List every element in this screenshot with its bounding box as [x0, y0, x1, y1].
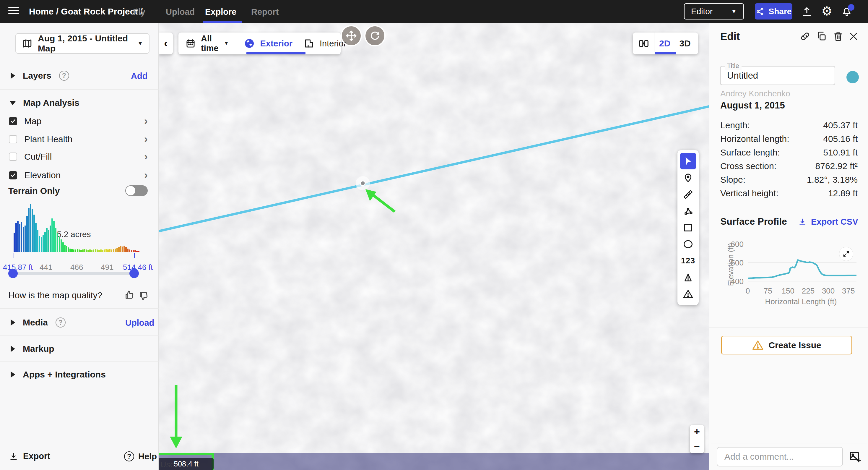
export-csv-link[interactable]: Export CSV [798, 217, 858, 227]
chevron-right-icon[interactable]: › [144, 169, 148, 181]
map-toolbar: All time ▼ Exterior Interior [179, 32, 341, 54]
media-section-header[interactable]: Media ? [11, 318, 66, 327]
capture-date: August 1, 2015 [720, 100, 785, 111]
analysis-row-cut-fill[interactable]: Cut/Fill› [9, 150, 148, 163]
time-filter-value[interactable]: All time [201, 34, 219, 53]
share-button[interactable]: Share [755, 3, 793, 20]
slider-handle-min[interactable] [8, 269, 18, 278]
close-icon[interactable] [848, 31, 859, 42]
measurement-row: Cross section:8762.92 ft² [720, 161, 858, 171]
tab-exterior[interactable]: Exterior [260, 39, 292, 49]
upload-tray-icon[interactable] [801, 6, 812, 17]
layers-add-link[interactable]: Add [131, 71, 148, 81]
chevron-right-icon[interactable]: › [144, 115, 148, 127]
chevron-right-icon[interactable]: › [144, 150, 148, 163]
map-canvas[interactable]: Use 508.4 ft ‹ All time ▼ Exterior Inter… [159, 23, 709, 470]
trash-icon[interactable] [833, 31, 843, 42]
zoom-control: + − [690, 425, 704, 453]
nav-tab-fly[interactable]: Fly [133, 7, 145, 17]
breadcrumb[interactable]: Home / Goat Rock Project / [29, 6, 143, 17]
nav-tab-explore[interactable]: Explore [205, 7, 236, 17]
create-issue-button[interactable]: Create Issue [721, 336, 852, 354]
active-tab-underline [203, 21, 242, 23]
terrain-only-toggle[interactable] [125, 185, 148, 196]
comment-input[interactable]: Add a comment... [717, 447, 843, 466]
zoom-out-button[interactable]: − [690, 439, 704, 453]
checkbox[interactable] [9, 152, 17, 161]
tool-cursor[interactable] [680, 153, 696, 169]
export-button[interactable]: Export [9, 451, 50, 461]
view-3d-button[interactable]: 3D [679, 38, 690, 49]
bell-icon[interactable] [841, 5, 852, 17]
zoom-in-button[interactable]: + [690, 425, 704, 439]
copy-icon[interactable] [816, 31, 827, 42]
tool-volume[interactable] [680, 269, 696, 286]
measurement-value: 405.16 ft [823, 134, 858, 144]
analysis-row-plant-health[interactable]: Plant Health› [9, 133, 148, 145]
apps-integrations-label: Apps + Integrations [23, 370, 106, 380]
pan-mode-button[interactable] [341, 25, 362, 47]
analysis-row-elevation[interactable]: Elevation› [9, 169, 148, 181]
ruler-icon [683, 189, 693, 200]
apps-integrations-section-header[interactable]: Apps + Integrations [11, 370, 106, 380]
measurement-row: Length:405.37 ft [720, 120, 858, 130]
nav-tab-upload[interactable]: Upload [166, 7, 195, 17]
help-button[interactable]: ? Help [124, 451, 157, 462]
view-2d-button[interactable]: 2D [659, 38, 670, 49]
help-circle-icon[interactable]: ? [59, 71, 69, 81]
map-analysis-section-header[interactable]: Map Analysis [9, 98, 80, 108]
hamburger-menu-icon[interactable] [8, 5, 19, 16]
role-select[interactable]: Editor ▼ [684, 3, 744, 20]
view-2d-underline [655, 52, 676, 54]
checkbox[interactable] [9, 117, 17, 125]
color-swatch[interactable] [846, 71, 859, 83]
chevron-right-icon[interactable]: › [144, 133, 148, 145]
view-mode-toggle: 2D 3D [633, 32, 698, 54]
range-tick-left [13, 253, 14, 258]
measurement-line[interactable] [159, 107, 709, 231]
map-icon [22, 38, 32, 49]
tool-area[interactable] [680, 203, 696, 219]
collapse-sidebar-button[interactable]: ‹ [159, 32, 173, 54]
thumb-down-icon[interactable] [138, 291, 149, 301]
download-icon [9, 452, 18, 461]
tool-ruler[interactable] [680, 186, 696, 203]
annotation-tool-palette: 123 [677, 150, 699, 305]
tool-warning[interactable] [680, 286, 696, 302]
tool-circle-tool[interactable] [680, 236, 696, 253]
measurement-row: Vertical height:12.89 ft [720, 188, 858, 198]
media-upload-link[interactable]: Upload [125, 318, 154, 328]
quality-prompt: How is the map quality? [8, 290, 102, 300]
slider-handle-max[interactable] [129, 269, 139, 278]
annotation-arrow-marker [366, 189, 395, 212]
gear-icon[interactable]: ⚙ [821, 4, 833, 18]
histogram-tick: 491 [101, 263, 114, 272]
thumb-up-icon[interactable] [124, 289, 135, 300]
layers-section-header[interactable]: Layers ? [11, 71, 69, 81]
elevation-range-slider[interactable] [12, 272, 136, 275]
checkbox[interactable] [9, 135, 17, 143]
elevation-histogram[interactable]: 5.2 acres 415.87 ft 441 466 491 514.46 f… [0, 201, 159, 277]
rotate-mode-button[interactable] [364, 25, 385, 47]
analysis-label: Cut/Fill [24, 152, 52, 162]
compare-icon[interactable] [638, 38, 649, 49]
map-date-selector[interactable]: Aug 1, 2015 - Untitled Map ▼ [16, 33, 150, 54]
expand-chart-button[interactable] [839, 247, 853, 261]
measurement-value: 510.91 ft [823, 147, 858, 157]
toolbar-divider [654, 32, 654, 54]
checkbox[interactable] [9, 171, 17, 179]
measurement-row: Surface length:510.91 ft [720, 147, 858, 157]
tool-rect-tool[interactable] [680, 219, 696, 236]
floorplan-icon [304, 38, 314, 49]
layers-label: Layers [23, 71, 52, 81]
link-icon[interactable] [800, 31, 810, 42]
move-icon [345, 30, 358, 42]
tool-count-tool[interactable]: 123 [680, 253, 696, 269]
calendar-icon [186, 38, 195, 49]
analysis-row-map[interactable]: Map› [9, 115, 148, 127]
nav-tab-report[interactable]: Report [251, 7, 279, 17]
help-circle-icon[interactable]: ? [56, 318, 66, 327]
tool-pin[interactable] [680, 169, 696, 186]
markup-section-header[interactable]: Markup [11, 344, 54, 354]
image-add-icon[interactable] [849, 450, 862, 463]
